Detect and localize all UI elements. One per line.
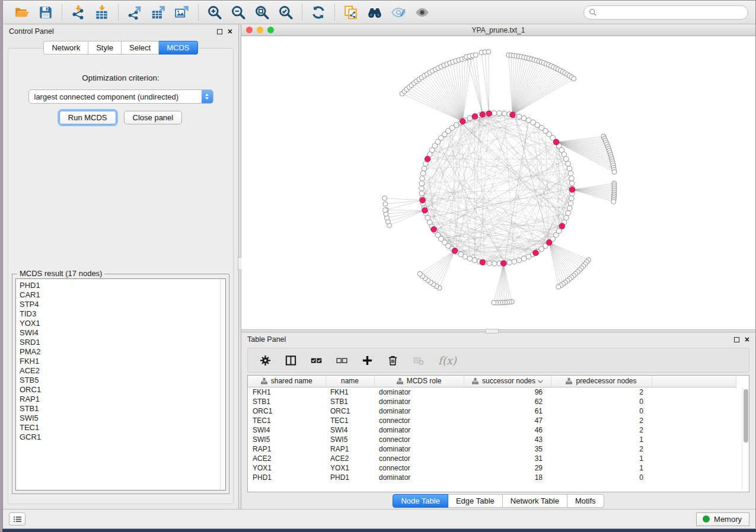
search-input[interactable] bbox=[601, 8, 743, 17]
result-scrollbar[interactable] bbox=[220, 279, 225, 490]
mcds-result-item[interactable]: ORC1 bbox=[20, 385, 225, 395]
network-canvas[interactable] bbox=[241, 36, 755, 329]
mcds-result-item[interactable]: RAP1 bbox=[20, 395, 225, 404]
tab-network-table[interactable]: Network Table bbox=[503, 494, 567, 508]
table-row[interactable]: TEC1TEC1connector472 bbox=[248, 416, 736, 425]
table-row[interactable]: ACE2ACE2connector311 bbox=[248, 454, 736, 463]
settings-gear-button[interactable] bbox=[260, 355, 271, 366]
table-cell: 47 bbox=[464, 416, 551, 425]
optimization-criterion-label: Optimization criterion: bbox=[8, 73, 233, 82]
import-table-button[interactable] bbox=[90, 3, 114, 22]
mcds-result-item[interactable]: TEC1 bbox=[20, 423, 225, 432]
table-panel-header: Table Panel × bbox=[241, 332, 755, 347]
float-window-icon[interactable] bbox=[217, 29, 222, 34]
mcds-result-item[interactable]: STB1 bbox=[20, 404, 225, 414]
select-all-button[interactable] bbox=[311, 355, 322, 366]
tab-select[interactable]: Select bbox=[122, 41, 159, 55]
show-columns-button[interactable] bbox=[285, 355, 296, 366]
network-title: YPA_prune.txt_1 bbox=[241, 26, 755, 34]
network-titlebar[interactable]: YPA_prune.txt_1 bbox=[241, 24, 755, 36]
refresh-button[interactable] bbox=[307, 3, 330, 22]
mcds-result-list[interactable]: PHD1CAR1STP4TID3YOX1SWI4SRD1PMA2FKH1ACE2… bbox=[15, 278, 226, 491]
duplicate-network-button[interactable] bbox=[339, 3, 363, 22]
mcds-result-item[interactable]: PMA2 bbox=[20, 347, 225, 357]
export-image-button[interactable] bbox=[170, 3, 194, 22]
table-row[interactable]: SWI5SWI5connector431 bbox=[248, 435, 736, 444]
search-box[interactable] bbox=[583, 5, 748, 20]
tab-node-table[interactable]: Node Table bbox=[393, 494, 448, 508]
tab-edge-table[interactable]: Edge Table bbox=[448, 494, 503, 508]
mcds-result-item[interactable]: YOX1 bbox=[20, 319, 225, 328]
open-file-button[interactable] bbox=[10, 3, 34, 22]
column-header-name[interactable]: name bbox=[326, 376, 374, 387]
table-row[interactable]: YOX1YOX1connector291 bbox=[248, 463, 736, 473]
zoom-in-button[interactable] bbox=[203, 3, 227, 22]
table-row[interactable]: ORC1ORC1dominator610 bbox=[248, 406, 736, 416]
horizontal-splitter[interactable] bbox=[241, 329, 755, 332]
table-row[interactable]: FKH1FKH1dominator962 bbox=[248, 387, 736, 397]
table-cell-filler bbox=[652, 416, 736, 425]
table-cell: PHD1 bbox=[326, 473, 374, 482]
show-all-button[interactable] bbox=[410, 3, 434, 22]
zoom-out-icon bbox=[231, 5, 246, 20]
table-scrollbar-thumb[interactable] bbox=[744, 389, 748, 443]
export-table-icon bbox=[151, 5, 166, 20]
memory-button[interactable]: Memory bbox=[696, 512, 749, 526]
mcds-result-item[interactable]: ACE2 bbox=[20, 366, 225, 376]
mcds-result-item[interactable]: SWI4 bbox=[20, 328, 225, 338]
table-scrollbar[interactable] bbox=[742, 387, 748, 491]
table-cell-filler bbox=[652, 444, 736, 454]
mcds-result-item[interactable]: SWI5 bbox=[20, 414, 225, 423]
table-cell: 2 bbox=[551, 416, 652, 425]
save-session-button[interactable] bbox=[34, 3, 58, 22]
table-cell: dominator bbox=[374, 406, 464, 416]
zoom-out-button[interactable] bbox=[227, 3, 250, 22]
deselect-all-button[interactable] bbox=[336, 355, 347, 366]
tab-style[interactable]: Style bbox=[88, 41, 122, 55]
search-network-icon bbox=[367, 5, 382, 20]
table-row[interactable]: PHD1PHD1dominator180 bbox=[248, 473, 736, 482]
table-cell: PHD1 bbox=[248, 473, 326, 482]
search-network-button[interactable] bbox=[363, 3, 387, 22]
splitter-grip[interactable] bbox=[486, 329, 499, 334]
column-header-MCDS-role[interactable]: MCDS role bbox=[374, 376, 464, 387]
sort-desc-icon bbox=[538, 378, 543, 383]
mcds-result-item[interactable]: GCR1 bbox=[20, 432, 225, 442]
mcds-result-item[interactable]: TID3 bbox=[20, 309, 225, 319]
close-panel-button[interactable]: Close panel bbox=[124, 111, 183, 124]
main-toolbar bbox=[3, 1, 755, 24]
export-table-button[interactable] bbox=[146, 3, 170, 22]
deselect-all-icon bbox=[336, 355, 347, 366]
mcds-result-item[interactable]: SRD1 bbox=[20, 338, 225, 347]
run-mcds-button[interactable]: Run MCDS bbox=[59, 111, 116, 124]
zoom-fit-button[interactable] bbox=[250, 3, 274, 22]
hide-selected-button[interactable] bbox=[387, 3, 410, 22]
criterion-dropdown[interactable]: largest connected component (undirected) bbox=[28, 89, 213, 104]
column-header-successor-nodes[interactable]: successor nodes bbox=[464, 376, 551, 387]
delete-row-button[interactable] bbox=[387, 355, 398, 366]
import-network-button[interactable] bbox=[66, 3, 90, 22]
zoom-selected-button[interactable] bbox=[274, 3, 298, 22]
mcds-result-item[interactable]: FKH1 bbox=[20, 357, 225, 366]
zoom-fit-icon bbox=[254, 5, 270, 20]
export-network-button[interactable] bbox=[123, 3, 146, 22]
table-cell: ACE2 bbox=[248, 454, 326, 463]
column-label: name bbox=[341, 377, 359, 385]
tab-motifs[interactable]: Motifs bbox=[567, 494, 604, 508]
table-row[interactable]: STB1STB1dominator620 bbox=[248, 397, 736, 406]
task-history-button[interactable] bbox=[9, 512, 25, 525]
column-header-shared-name[interactable]: shared name bbox=[248, 376, 326, 387]
table-row[interactable]: RAP1RAP1dominator352 bbox=[248, 444, 736, 454]
mcds-result-item[interactable]: STB5 bbox=[20, 376, 225, 385]
column-header-predecessor-nodes[interactable]: predecessor nodes bbox=[551, 376, 652, 387]
mcds-result-item[interactable]: CAR1 bbox=[20, 290, 225, 300]
table-row[interactable]: SWI4SWI4dominator462 bbox=[248, 425, 736, 435]
mcds-result-item[interactable]: PHD1 bbox=[20, 281, 225, 290]
float-window-icon[interactable] bbox=[734, 337, 739, 342]
close-panel-icon[interactable]: × bbox=[745, 336, 749, 342]
tab-mcds[interactable]: MCDS bbox=[159, 41, 197, 55]
tab-network[interactable]: Network bbox=[43, 41, 88, 55]
close-panel-icon[interactable]: × bbox=[228, 28, 232, 34]
add-row-button[interactable] bbox=[362, 355, 373, 366]
mcds-result-item[interactable]: STP4 bbox=[20, 300, 225, 309]
